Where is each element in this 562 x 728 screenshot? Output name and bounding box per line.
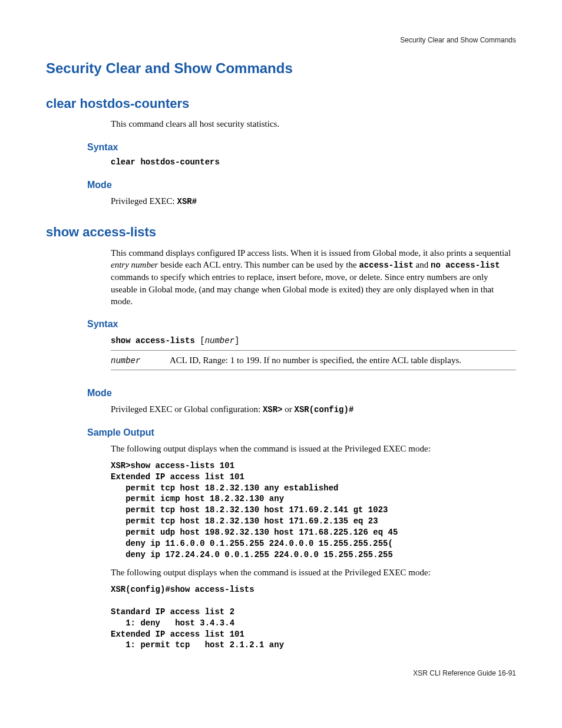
desc-part: and <box>414 260 431 269</box>
mode-prefix: Privileged EXEC: <box>111 196 177 206</box>
sample-intro: The following output displays when the c… <box>111 566 516 578</box>
param-row: number ACL ID, Range: 1 to 199. If no nu… <box>111 351 516 371</box>
breadcrumb: Security Clear and Show Commands <box>46 35 516 45</box>
sample-output-heading: Sample Output <box>87 426 516 439</box>
page-footer: XSR CLI Reference Guide 16-91 <box>46 668 516 678</box>
mode-code: XSR> <box>263 405 283 414</box>
syntax-param: number <box>205 336 234 345</box>
syntax-line: show access-lists [number] <box>111 334 516 351</box>
param-desc: ACL ID, Range: 1 to 199. If no number is… <box>170 354 516 366</box>
mode-text: Privileged EXEC or Global configuration:… <box>111 403 516 416</box>
desc-code: access-list <box>359 261 413 270</box>
command-description: This command displays configured IP acce… <box>111 247 516 307</box>
syntax-bracket: [ <box>200 336 204 345</box>
mode-code: XSR(config)# <box>294 405 353 414</box>
mode-heading: Mode <box>87 387 516 400</box>
sample-output-block: XSR>show access-lists 101 Extended IP ac… <box>111 460 516 561</box>
desc-part: commands to specify which entries to rep… <box>111 272 494 306</box>
desc-emphasis: entry number <box>111 260 158 269</box>
page-title: Security Clear and Show Commands <box>46 59 516 78</box>
mode-or: or <box>282 404 294 414</box>
mode-text: Privileged EXEC: XSR# <box>111 195 516 207</box>
mode-prefix: Privileged EXEC or Global configuration: <box>111 404 263 414</box>
desc-code: no access-list <box>431 261 500 270</box>
command-heading-clear-hostdos: clear hostdos-counters <box>46 95 516 113</box>
mode-code: XSR# <box>177 197 197 206</box>
syntax-cmd: show access-lists <box>111 336 200 345</box>
syntax-heading: Syntax <box>87 141 516 154</box>
mode-heading: Mode <box>87 179 516 192</box>
sample-output-block: XSR(config)#show access-lists Standard I… <box>111 584 516 651</box>
command-heading-show-access-lists: show access-lists <box>46 223 516 241</box>
desc-part: This command displays configured IP acce… <box>111 248 511 258</box>
desc-part: beside each ACL entry. This number can b… <box>158 260 359 269</box>
syntax-heading: Syntax <box>87 318 516 331</box>
command-description: This command clears all host security st… <box>111 118 516 130</box>
sample-intro: The following output displays when the c… <box>111 443 516 454</box>
syntax-bracket: ] <box>234 336 239 345</box>
param-name: number <box>111 355 170 367</box>
syntax-code: clear hostdos-counters <box>111 157 516 168</box>
